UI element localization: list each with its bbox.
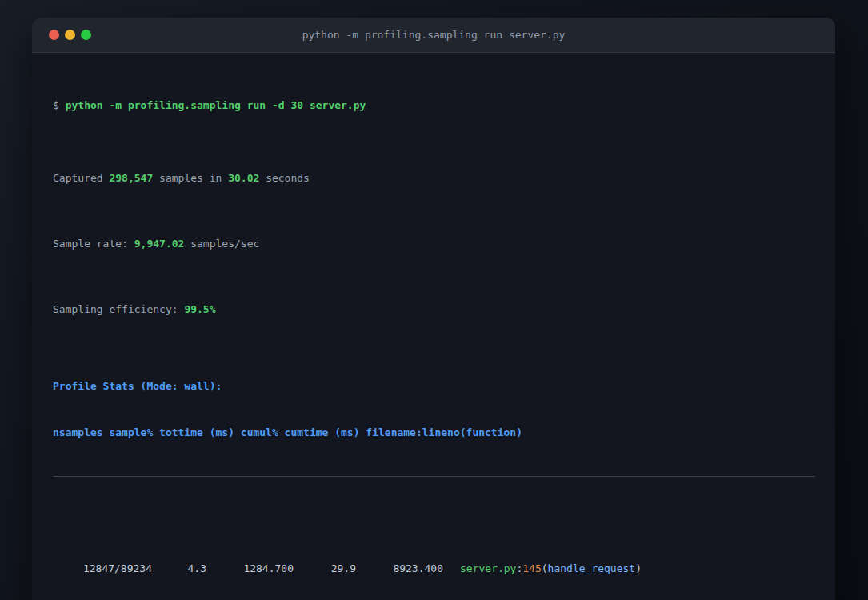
sample-rate-suffix: samples/sec: [184, 238, 259, 250]
sample-rate-line: Sample rate: 9,947.02 samples/sec: [53, 237, 815, 251]
captured-after-label: seconds: [259, 172, 310, 184]
close-paren: ): [635, 562, 642, 574]
captured-line: Captured 298,547 samples in 30.02 second…: [53, 171, 815, 186]
terminal-window: python -m profiling.sampling run server.…: [32, 18, 835, 600]
command-text: python -m profiling.sampling run -d 30 s…: [66, 99, 366, 111]
cumul-pct-cell: 29.9: [294, 560, 356, 578]
minimize-button[interactable]: [65, 30, 75, 40]
captured-duration-value: 30.02: [228, 172, 259, 184]
captured-mid-label: samples in: [153, 172, 228, 184]
line-number: 145: [522, 562, 541, 574]
sample-pct-cell: 4.3: [152, 560, 206, 578]
profile-stats-heading: Profile Stats (Mode: wall):: [53, 379, 815, 394]
efficiency-line: Sampling efficiency: 99.5%: [53, 302, 815, 317]
title-bar[interactable]: python -m profiling.sampling run server.…: [32, 18, 835, 53]
header-divider: [53, 476, 815, 477]
sample-rate-label: Sample rate:: [53, 238, 134, 250]
captured-samples-value: 298,547: [109, 172, 153, 184]
function-location-cell: server.py:145(handle_request): [460, 560, 642, 578]
terminal-content[interactable]: $ python -m profiling.sampling run -d 30…: [32, 53, 835, 600]
zoom-button[interactable]: [81, 30, 91, 40]
sample-rate-value: 9,947.02: [134, 238, 185, 250]
open-paren: (: [542, 562, 548, 574]
traffic-lights: [32, 30, 91, 40]
function-name: handle_request: [548, 562, 636, 574]
efficiency-label: Sampling efficiency:: [53, 303, 184, 315]
table-row: 12847/892344.31284.70029.98923.400server…: [53, 560, 815, 578]
efficiency-value: 99.5%: [184, 303, 215, 315]
tottime-cell: 1284.700: [206, 560, 294, 578]
close-button[interactable]: [49, 30, 59, 40]
command-line: $ python -m profiling.sampling run -d 30…: [53, 98, 815, 113]
window-title: python -m profiling.sampling run server.…: [32, 29, 835, 41]
filename: server.py: [460, 562, 516, 574]
profile-columns-header: nsamples sample% tottime (ms) cumul% cum…: [53, 426, 815, 440]
captured-label: Captured: [53, 172, 109, 184]
profile-rows: 12847/892344.31284.70029.98923.400server…: [53, 531, 815, 600]
shell-prompt: $: [53, 99, 66, 111]
nsamples-cell: 12847/89234: [53, 560, 152, 578]
cumtime-cell: 8923.400: [356, 560, 443, 578]
